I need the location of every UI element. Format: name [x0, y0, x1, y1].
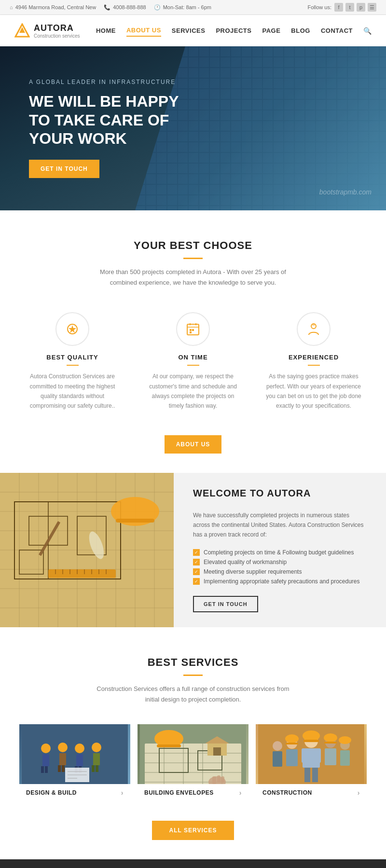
hero-section: A GLOBAL LEADER IN INFRASTRUCTURE WE WIL…: [0, 46, 386, 210]
about-us-button[interactable]: ABOUT US: [165, 435, 222, 454]
logo-icon: [14, 23, 30, 39]
nav-page[interactable]: PAGE: [262, 25, 280, 36]
svg-rect-11: [192, 329, 194, 331]
service-construction[interactable]: CONSTRUCTION ›: [256, 724, 367, 801]
service-arrow-2: ›: [239, 789, 242, 797]
ontime-icon: [176, 312, 210, 346]
check-icon-1: ✓: [193, 549, 200, 556]
title-divider: [183, 258, 203, 259]
ontime-title: ON TIME: [145, 354, 241, 361]
svg-rect-58: [62, 765, 65, 772]
service-design-build[interactable]: DESIGN & BUILD ›: [19, 724, 130, 801]
hours-info: 🕐 Mon-Sat: 8am - 6pm: [154, 4, 211, 11]
quality-text: Autora Construction Services are committ…: [24, 372, 121, 411]
service-label-design: DESIGN & BUILD ›: [19, 784, 130, 801]
checklist-item-2: ✓ Elevated quality of workmanship: [193, 557, 367, 567]
nav-blog[interactable]: BLOG: [291, 25, 310, 36]
service-label-envelopes: BUILDING ENVELOPES ›: [138, 784, 248, 801]
quality-title: BEST QUALITY: [24, 354, 121, 361]
logo-subtitle: Construction services: [34, 33, 80, 39]
svg-rect-57: [58, 765, 61, 772]
blueprint-svg: [0, 473, 174, 627]
svg-rect-92: [221, 776, 224, 783]
svg-rect-109: [324, 742, 337, 744]
featured-project-section: FEATURED PROJECT: [0, 859, 386, 868]
welcome-content: WELCOME TO AUTORA We have successfully c…: [174, 473, 386, 627]
check-icon-3: ✓: [193, 568, 200, 575]
svg-rect-99: [312, 768, 318, 782]
rss-icon[interactable]: ☰: [368, 3, 376, 12]
svg-rect-103: [286, 749, 298, 766]
check-icon-4: ✓: [193, 578, 200, 585]
nav-services[interactable]: SERVICES: [172, 25, 206, 36]
welcome-title: WELCOME TO AUTORA: [193, 488, 367, 499]
svg-point-55: [58, 743, 68, 752]
services-desc: Construction Services offers a full rang…: [96, 684, 290, 705]
ontime-text: At our company, we respect the customer'…: [145, 372, 241, 411]
svg-rect-54: [45, 766, 48, 773]
welcome-checklist: ✓ Completing projects on time & Followin…: [193, 548, 367, 586]
search-icon[interactable]: 🔍: [363, 27, 372, 35]
feature-ontime: ON TIME At our company, we respect the c…: [140, 307, 246, 416]
experienced-svg: [306, 321, 321, 337]
svg-rect-91: [217, 775, 221, 783]
best-choose-section: YOUR BEST CHOOSE More than 500 projects …: [0, 210, 386, 473]
ontime-divider: [187, 365, 199, 366]
checklist-item-1: ✓ Completing projects on time & Followin…: [193, 548, 367, 557]
site-header: AUTORA Construction services HOME ABOUT …: [0, 15, 386, 46]
svg-rect-37: [116, 519, 154, 523]
service-label-construction: CONSTRUCTION ›: [256, 784, 367, 801]
quality-svg: [65, 321, 80, 337]
nav-home[interactable]: HOME: [96, 25, 116, 36]
svg-rect-10: [190, 329, 192, 331]
facebook-icon[interactable]: f: [334, 3, 343, 12]
svg-point-108: [324, 733, 337, 742]
quality-divider: [67, 365, 79, 366]
welcome-desc: We have successfully completed projects …: [193, 510, 367, 540]
hero-content: A GLOBAL LEADER IN INFRASTRUCTURE WE WIL…: [0, 79, 241, 178]
experienced-icon: [297, 312, 331, 346]
logo-text-group: AUTORA Construction services: [34, 23, 80, 39]
service-arrow-3: ›: [358, 789, 360, 797]
service-arrow-1: ›: [121, 789, 124, 797]
address-info: ⌂ 4946 Marmora Road, Central New: [10, 4, 96, 10]
experienced-divider: [308, 365, 320, 366]
welcome-cta-button[interactable]: GET IN TOUCH: [193, 596, 258, 612]
svg-rect-111: [273, 751, 282, 767]
svg-rect-52: [42, 754, 49, 766]
service-building-envelopes[interactable]: BUILDING ENVELOPES ›: [138, 724, 248, 801]
svg-rect-113: [340, 750, 350, 766]
quality-icon: [55, 312, 89, 346]
hero-cta-button[interactable]: GET IN TOUCH: [29, 160, 99, 178]
social-follow: Follow us: f t p ☰: [307, 3, 376, 12]
svg-rect-66: [96, 765, 98, 772]
svg-rect-14: [312, 324, 315, 326]
phone-icon: 📞: [104, 4, 110, 11]
hero-subtitle: A GLOBAL LEADER IN INFRASTRUCTURE: [29, 79, 212, 85]
ontime-svg: [185, 321, 201, 337]
logo-name: AUTORA: [34, 23, 80, 33]
logo[interactable]: AUTORA Construction services: [14, 23, 80, 39]
svg-rect-90: [212, 776, 216, 784]
experienced-title: EXPERIENCED: [265, 354, 362, 361]
svg-point-59: [75, 744, 84, 753]
svg-rect-96: [302, 748, 308, 763]
all-services-button[interactable]: ALL SERVICES: [152, 821, 234, 840]
phone-info: 📞 4008-888-888: [104, 4, 146, 11]
svg-rect-98: [304, 768, 310, 782]
pinterest-icon[interactable]: p: [357, 3, 365, 12]
nav-about[interactable]: ABOUT US: [126, 25, 161, 37]
svg-rect-105: [286, 743, 298, 744]
svg-point-110: [273, 741, 282, 751]
welcome-section: WELCOME TO AUTORA We have successfully c…: [0, 473, 386, 627]
svg-rect-56: [59, 753, 66, 765]
nav-contact[interactable]: CONTACT: [321, 25, 353, 36]
nav-projects[interactable]: PROJECTS: [216, 25, 251, 36]
address-text: 4946 Marmora Road, Central New: [15, 4, 96, 10]
twitter-icon[interactable]: t: [345, 3, 354, 12]
welcome-image: [0, 473, 174, 627]
best-services-section: BEST SERVICES Construction Services offe…: [0, 627, 386, 859]
follow-label: Follow us:: [307, 4, 331, 10]
hero-watermark: bootstrapmb.com: [319, 188, 372, 196]
check-icon-2: ✓: [193, 559, 200, 565]
